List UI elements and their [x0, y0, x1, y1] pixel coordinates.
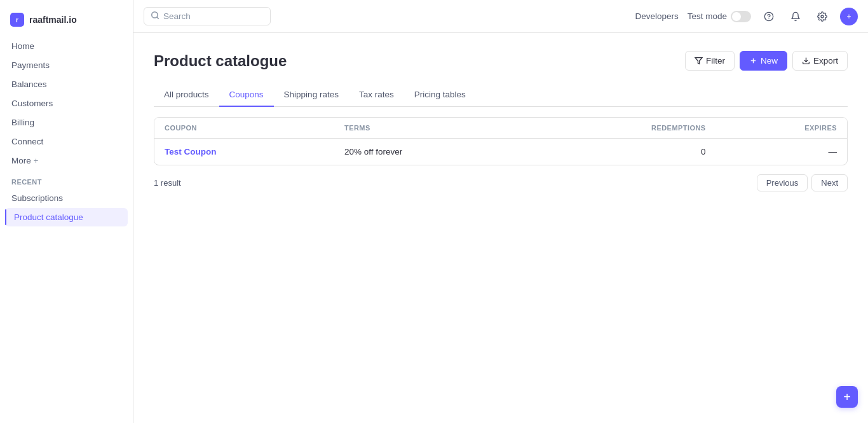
tab-tax-rates[interactable]: Tax rates [349, 83, 404, 107]
cell-coupon-name[interactable]: Test Coupon [154, 139, 334, 165]
filter-icon [695, 57, 703, 65]
help-icon[interactable] [760, 8, 778, 25]
plus-icon: + [34, 156, 39, 165]
cell-expires: — [716, 139, 847, 165]
test-mode-toggle[interactable]: Test mode [688, 11, 751, 22]
export-icon [802, 57, 810, 65]
new-button[interactable]: New [740, 51, 787, 71]
col-redemptions: Redemptions [530, 118, 716, 139]
logo-icon: r [10, 13, 24, 27]
recent-label: Recent [5, 170, 128, 188]
header-buttons: Filter New Export [685, 51, 848, 71]
export-button[interactable]: Export [792, 51, 848, 71]
sidebar-item-customers[interactable]: Customers [5, 94, 128, 113]
sidebar-item-payments[interactable]: Payments [5, 56, 128, 74]
settings-icon[interactable] [813, 8, 831, 25]
pagination-buttons: Previous Next [757, 174, 848, 191]
sidebar-item-billing[interactable]: Billing [5, 113, 128, 132]
cell-redemptions: 0 [530, 139, 716, 165]
col-expires: Expires [716, 118, 847, 139]
user-avatar[interactable]: + [840, 8, 858, 25]
svg-marker-5 [695, 58, 702, 64]
filter-button[interactable]: Filter [685, 51, 735, 71]
test-mode-label: Test mode [688, 11, 727, 21]
new-plus-icon [749, 57, 757, 65]
tab-pricing-tables[interactable]: Pricing tables [404, 83, 476, 107]
toggle-switch[interactable] [731, 11, 751, 22]
notification-icon[interactable] [787, 8, 804, 25]
tab-coupons[interactable]: Coupons [219, 83, 274, 107]
previous-button[interactable]: Previous [757, 174, 808, 191]
content-area: Product catalogue Filter New Export Al [133, 33, 868, 423]
sidebar-item-home[interactable]: Home [5, 37, 128, 55]
tab-all-products[interactable]: All products [154, 83, 219, 107]
sidebar-item-connect[interactable]: Connect [5, 132, 128, 151]
svg-line-1 [157, 17, 159, 19]
pagination-row: 1 result Previous Next [154, 165, 848, 191]
company-name: raaftmail.io [29, 15, 77, 25]
search-placeholder: Search [163, 11, 191, 21]
next-button[interactable]: Next [811, 174, 848, 191]
col-coupon: Coupon [154, 118, 334, 139]
tab-shipping-rates[interactable]: Shipping rates [274, 83, 349, 107]
sidebar-item-subscriptions[interactable]: Subscriptions [5, 189, 128, 207]
main-area: Search Developers Test mode + Product ca… [133, 0, 868, 423]
sidebar: r raaftmail.io Home Payments Balances Cu… [0, 0, 133, 423]
sidebar-logo[interactable]: r raaftmail.io [0, 8, 133, 37]
svg-point-4 [821, 15, 824, 18]
sidebar-nav: Home Payments Balances Customers Billing… [0, 37, 133, 226]
sidebar-item-product-catalogue[interactable]: Product catalogue [5, 208, 128, 226]
tabs: All products Coupons Shipping rates Tax … [154, 83, 848, 107]
floating-add-button[interactable]: + [836, 386, 858, 408]
coupons-table: Coupon Terms Redemptions Expires [154, 117, 848, 165]
col-terms: Terms [334, 118, 530, 139]
topbar-actions: Developers Test mode + [635, 8, 858, 25]
sidebar-item-more[interactable]: More + [5, 151, 128, 170]
sidebar-item-balances[interactable]: Balances [5, 75, 128, 94]
cell-terms: 20% off forever [334, 139, 530, 165]
result-count: 1 result [154, 178, 181, 188]
search-box[interactable]: Search [144, 7, 271, 25]
page-title: Product catalogue [154, 52, 287, 70]
search-icon [151, 11, 159, 22]
developers-link[interactable]: Developers [635, 11, 678, 21]
page-header: Product catalogue Filter New Export [154, 51, 848, 71]
topbar: Search Developers Test mode + [133, 0, 868, 33]
table-row[interactable]: Test Coupon 20% off forever 0 — [154, 139, 847, 165]
